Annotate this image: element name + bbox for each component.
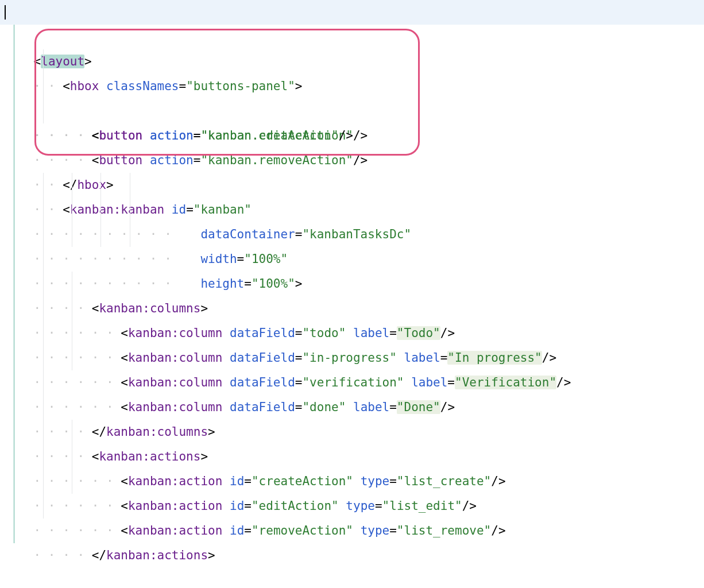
code-line[interactable]: · · · · · · · · · · dataContainer="kanba… xyxy=(0,173,704,198)
code-line[interactable]: · · <kanban:kanban id="kanban" xyxy=(0,148,704,173)
code-line[interactable]: · · · · · · <kanban:column dataField="to… xyxy=(0,272,704,296)
code-line[interactable]: · · · · · · <kanban:column dataField="ve… xyxy=(0,321,704,346)
code-line[interactable]: · · · · <button action="kanban.editActio… xyxy=(0,74,704,99)
code-line[interactable]: · · · · <kanban:actions> xyxy=(0,395,704,420)
text-caret xyxy=(5,5,6,20)
code-line[interactable]: · · · · <kanban:columns> xyxy=(0,247,704,272)
code-line[interactable]: · · · · · · <kanban:action id="createAct… xyxy=(0,420,704,444)
code-line[interactable]: · · · · · · <kanban:column dataField="in… xyxy=(0,296,704,321)
code-line[interactable]: · · </kanban:kanban> xyxy=(0,519,704,543)
code-line[interactable]: · · · · · · · · · · height="100%"> xyxy=(0,222,704,247)
code-line[interactable]: · · · · <button action="kanban.removeAct… xyxy=(0,99,704,123)
code-line[interactable]: · · · · · · <kanban:action id="removeAct… xyxy=(0,469,704,494)
code-line[interactable]: · · · · · · <kanban:column dataField="do… xyxy=(0,346,704,370)
code-line[interactable]: · · · · <button action="kanban.createAct… xyxy=(0,49,704,74)
code-editor[interactable]: <layout> · · <hbox classNames="buttons-p… xyxy=(0,0,704,568)
indent-guide xyxy=(14,49,14,74)
code-line[interactable]: · · · · · · · · · · width="100%" xyxy=(0,198,704,222)
indent-guide xyxy=(43,49,44,74)
code-line[interactable]: · · </hbox> xyxy=(0,123,704,148)
code-line[interactable]: · · · · </kanban:columns> xyxy=(0,370,704,395)
code-line[interactable]: </layout> xyxy=(0,543,704,568)
indent-guide xyxy=(14,25,14,49)
code-line[interactable]: · · · · · · <kanban:action id="editActio… xyxy=(0,444,704,469)
code-line[interactable]: · · · · </kanban:actions> xyxy=(0,494,704,519)
code-line[interactable]: <layout> xyxy=(0,0,704,25)
code-line[interactable]: · · <hbox classNames="buttons-panel"> xyxy=(0,25,704,49)
